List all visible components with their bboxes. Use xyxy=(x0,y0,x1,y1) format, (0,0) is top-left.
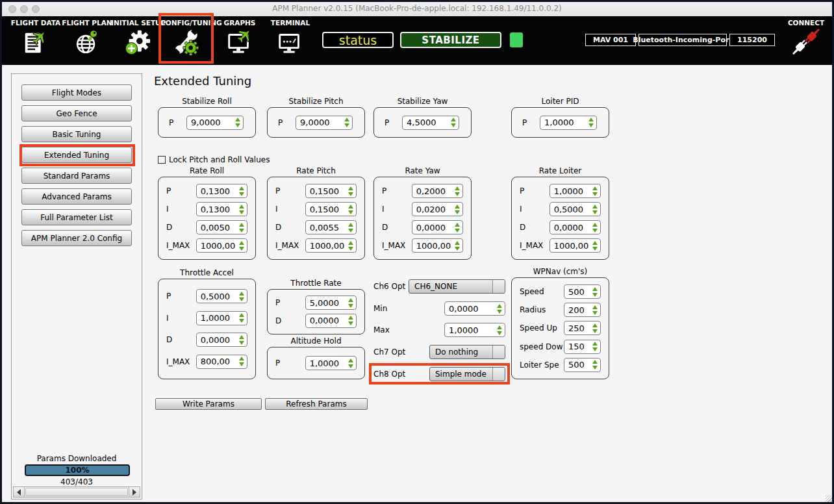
config-tuning-icon[interactable] xyxy=(171,27,201,58)
rate-yaw-imax-spinbox[interactable]: 1000,00 xyxy=(412,238,463,253)
spin-down-icon[interactable] xyxy=(348,304,353,308)
rate-yaw-p-spinbox[interactable]: 0,2000 xyxy=(412,184,463,198)
sidebar-item-full-parameter-list[interactable]: Full Parameter List xyxy=(21,209,132,225)
spin-value[interactable]: 0,1500 xyxy=(306,205,347,214)
spin-up-icon[interactable] xyxy=(235,118,240,121)
spin-up-icon[interactable] xyxy=(348,186,353,190)
dropdown-button-icon[interactable] xyxy=(492,280,505,293)
spin-down-icon[interactable] xyxy=(348,247,353,251)
spin-value[interactable]: 4,5000 xyxy=(403,118,449,127)
spin-up-icon[interactable] xyxy=(348,359,353,362)
spin-value[interactable]: 150 xyxy=(564,342,591,351)
spin-up-icon[interactable] xyxy=(239,205,244,208)
spin-up-icon[interactable] xyxy=(455,186,460,190)
spin-down-icon[interactable] xyxy=(239,341,244,345)
spin-up-icon[interactable] xyxy=(239,335,244,339)
spin-down-icon[interactable] xyxy=(455,192,460,196)
spin-up-icon[interactable] xyxy=(592,205,598,208)
spin-value[interactable]: 1000,00 xyxy=(550,241,591,251)
spin-down-icon[interactable] xyxy=(344,123,349,127)
rate-pitch-d-spinbox[interactable]: 0,0055 xyxy=(305,220,357,234)
spin-up-icon[interactable] xyxy=(239,223,244,227)
spin-down-icon[interactable] xyxy=(497,331,502,335)
dropdown-button-icon[interactable] xyxy=(492,346,505,359)
spin-down-icon[interactable] xyxy=(455,210,460,214)
stabilize-pitch-p-spinbox[interactable]: 9,0000 xyxy=(296,116,353,130)
spin-down-icon[interactable] xyxy=(592,247,598,251)
sidebar-item-geo-fence[interactable]: Geo Fence xyxy=(21,105,132,121)
spin-up-icon[interactable] xyxy=(239,313,244,317)
connect-plug-icon[interactable] xyxy=(791,27,821,58)
spin-down-icon[interactable] xyxy=(348,364,353,368)
wpnav-speed-down-spinbox[interactable]: 150 xyxy=(564,340,601,354)
rate-loiter-imax-spinbox[interactable]: 1000,00 xyxy=(550,238,601,253)
spin-down-icon[interactable] xyxy=(239,210,244,214)
spin-down-icon[interactable] xyxy=(588,123,594,127)
spin-down-icon[interactable] xyxy=(592,347,598,351)
graphs-icon[interactable] xyxy=(225,27,255,58)
spin-up-icon[interactable] xyxy=(592,342,598,346)
rate-pitch-imax-spinbox[interactable]: 1000,00 xyxy=(305,238,357,253)
spin-up-icon[interactable] xyxy=(588,118,594,121)
spin-value[interactable]: 800,00 xyxy=(197,357,238,366)
spin-down-icon[interactable] xyxy=(592,329,598,333)
ch6-max-spinbox[interactable]: 1,0000 xyxy=(444,323,505,337)
spin-value[interactable]: 0,0000 xyxy=(412,223,453,233)
flight-plan-icon[interactable] xyxy=(72,27,102,58)
baud-rate-select[interactable]: 115200 xyxy=(729,34,775,46)
rate-pitch-i-spinbox[interactable]: 0,1500 xyxy=(305,202,357,216)
initial-setup-icon[interactable] xyxy=(122,27,152,58)
scroll-right-arrow-icon[interactable] xyxy=(129,487,140,497)
spin-down-icon[interactable] xyxy=(592,229,598,233)
tab-flight-data[interactable]: FLIGHT DATA xyxy=(8,19,63,60)
flight-data-icon[interactable] xyxy=(21,27,51,58)
altitude-hold-p-spinbox[interactable]: 1,0000 xyxy=(305,356,357,370)
rate-loiter-d-spinbox[interactable]: 0,0000 xyxy=(550,220,601,234)
spin-value[interactable]: 0,0050 xyxy=(197,223,238,233)
rate-roll-imax-spinbox[interactable]: 1000,00 xyxy=(196,238,247,253)
sidebar-item-standard-params[interactable]: Standard Params xyxy=(21,168,132,184)
rate-pitch-p-spinbox[interactable]: 0,1500 xyxy=(305,184,357,198)
spin-value[interactable]: 1000,00 xyxy=(412,241,453,251)
spin-value[interactable]: 0,1500 xyxy=(306,186,347,196)
sidebar-item-advanced-params[interactable]: Advanced Params xyxy=(21,188,132,205)
wpnav-speed-spinbox[interactable]: 500 xyxy=(564,284,601,299)
throttle-accel-imax-spinbox[interactable]: 800,00 xyxy=(196,355,247,369)
spin-value[interactable]: 0,0000 xyxy=(306,316,347,325)
spin-value[interactable]: 0,1300 xyxy=(197,205,238,214)
spin-down-icon[interactable] xyxy=(455,247,460,251)
spin-up-icon[interactable] xyxy=(455,205,460,208)
checkbox-box[interactable] xyxy=(158,156,166,164)
wpnav-loiter-speed-spinbox[interactable]: 500 xyxy=(564,358,601,372)
wpnav-radius-spinbox[interactable]: 200 xyxy=(564,303,601,317)
spin-up-icon[interactable] xyxy=(592,287,598,291)
tab-config-tuning[interactable]: CONFIG/TUNING xyxy=(160,19,212,60)
spin-up-icon[interactable] xyxy=(592,186,598,190)
throttle-accel-d-spinbox[interactable]: 0,0000 xyxy=(196,333,247,347)
spin-down-icon[interactable] xyxy=(592,293,598,297)
spin-value[interactable]: 1,0000 xyxy=(306,359,347,368)
spin-down-icon[interactable] xyxy=(451,123,456,127)
spin-down-icon[interactable] xyxy=(348,210,353,214)
throttle-accel-i-spinbox[interactable]: 1,0000 xyxy=(196,311,247,325)
scrollbar-thumb[interactable] xyxy=(25,488,128,496)
spin-value[interactable]: 500 xyxy=(564,287,591,297)
spin-value[interactable]: 1,0000 xyxy=(540,118,587,127)
refresh-params-button[interactable]: Refresh Params xyxy=(265,398,368,410)
terminal-icon[interactable] xyxy=(275,27,305,58)
spin-value[interactable]: 0,2000 xyxy=(412,186,453,196)
rate-yaw-i-spinbox[interactable]: 0,0200 xyxy=(412,202,463,216)
spin-value[interactable]: 0,0200 xyxy=(412,205,453,214)
sidebar-item-basic-tuning[interactable]: Basic Tuning xyxy=(21,126,132,142)
write-params-button[interactable]: Write Params xyxy=(155,398,262,410)
spin-value[interactable]: 200 xyxy=(564,305,591,315)
scroll-left-arrow-icon[interactable] xyxy=(14,487,25,497)
rate-roll-i-spinbox[interactable]: 0,1300 xyxy=(196,202,247,216)
spin-value[interactable]: 1,0000 xyxy=(197,313,238,323)
spin-down-icon[interactable] xyxy=(235,123,240,127)
status-button[interactable]: status xyxy=(322,32,394,48)
tab-initial-setup[interactable]: INITIAL SETUP xyxy=(111,19,163,60)
ch6-opt-select[interactable]: CH6_NONE xyxy=(409,279,505,294)
tab-graphs[interactable]: GRAPHS xyxy=(220,19,259,60)
spin-up-icon[interactable] xyxy=(348,298,353,302)
